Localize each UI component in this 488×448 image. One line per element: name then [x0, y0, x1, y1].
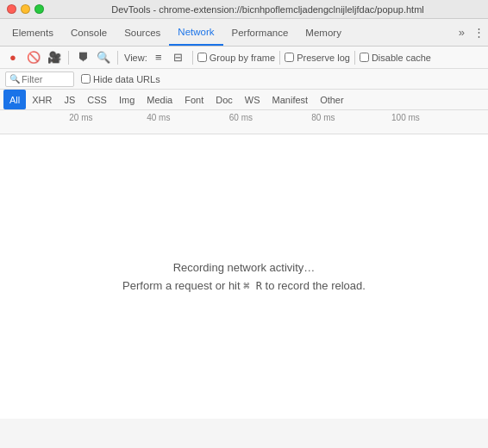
tab-performance[interactable]: Performance — [223, 19, 297, 46]
recording-text: Recording network activity… — [173, 261, 316, 274]
more-tabs-button[interactable]: » — [454, 26, 470, 39]
tab-sources[interactable]: Sources — [116, 19, 169, 46]
hide-data-urls-label[interactable]: Hide data URLs — [81, 74, 160, 84]
tick-80ms: 80 ms — [311, 113, 335, 122]
filter-tab-ws[interactable]: WS — [239, 90, 266, 109]
recording-hint: Perform a request or hit ⌘ R to record t… — [122, 279, 366, 292]
filter-icon: 🔍 — [9, 74, 20, 84]
filter-button[interactable]: ⛊ — [73, 49, 92, 66]
record-button[interactable]: ● — [3, 49, 22, 66]
view-list-button[interactable]: ≡ — [149, 49, 168, 66]
tick-40ms: 40 ms — [147, 113, 170, 122]
tab-elements[interactable]: Elements — [3, 19, 62, 46]
hint-suffix: to record the reload. — [266, 279, 366, 292]
group-by-frame-input[interactable] — [197, 53, 207, 62]
filter-tab-manifest[interactable]: Manifest — [266, 90, 315, 109]
stop-recording-button[interactable]: 🚫 — [24, 49, 43, 66]
disable-cache-input[interactable] — [360, 53, 369, 62]
filter-tabs-row: All XHR JS CSS Img Media Font Doc WS Man… — [0, 90, 488, 110]
toolbar-separator-5 — [354, 51, 355, 65]
view-icons: ≡ ⊟ — [149, 49, 188, 66]
tick-20ms: 20 ms — [69, 113, 92, 122]
disable-cache-label: Disable cache — [372, 53, 431, 63]
toolbar-separator-3 — [192, 51, 193, 65]
hint-text: Perform a request or hit — [122, 279, 241, 292]
toolbar-row: ● 🚫 🎥 ⛊ 🔍 View: ≡ ⊟ Group by frame Prese… — [0, 47, 488, 69]
minimize-button[interactable] — [21, 4, 30, 14]
group-by-frame-label: Group by frame — [210, 53, 275, 63]
view-screenshot-button[interactable]: ⊟ — [169, 49, 188, 66]
close-button[interactable] — [7, 4, 16, 14]
tick-60ms: 60 ms — [229, 113, 253, 122]
filter-input[interactable] — [22, 74, 69, 84]
tick-100ms: 100 ms — [391, 113, 420, 122]
toolbar-separator-2 — [117, 51, 118, 65]
preserve-log-input[interactable] — [285, 53, 294, 62]
timeline-header: 20 ms 40 ms 60 ms 80 ms 100 ms — [0, 110, 488, 134]
hide-data-urls-text: Hide data URLs — [93, 74, 160, 84]
toolbar-separator-1 — [68, 51, 69, 65]
filter-tab-doc[interactable]: Doc — [210, 90, 239, 109]
screenshot-button[interactable]: 🎥 — [45, 49, 64, 66]
tab-console[interactable]: Console — [62, 19, 116, 46]
filter-row: 🔍 Hide data URLs — [0, 69, 488, 90]
window-title: DevTools - chrome-extension://bicnhpofle… — [54, 4, 481, 15]
filter-tab-img[interactable]: Img — [113, 90, 141, 109]
view-label: View: — [124, 53, 147, 63]
filter-tab-xhr[interactable]: XHR — [26, 90, 58, 109]
hide-data-urls-checkbox[interactable] — [81, 74, 91, 84]
title-bar: DevTools - chrome-extension://bicnhpofle… — [0, 0, 488, 19]
tabs-row: Elements Console Sources Network Perform… — [0, 19, 488, 47]
toolbar-separator-4 — [279, 51, 280, 65]
filter-tab-all[interactable]: All — [3, 90, 26, 109]
filter-tab-media[interactable]: Media — [141, 90, 178, 109]
tab-memory[interactable]: Memory — [297, 19, 350, 46]
filter-input-wrap: 🔍 — [5, 72, 74, 87]
timeline-ticks: 20 ms 40 ms 60 ms 80 ms 100 ms — [3, 113, 488, 130]
maximize-button[interactable] — [34, 4, 44, 14]
filter-tab-css[interactable]: CSS — [81, 90, 113, 109]
devtools-menu-button[interactable]: ⋮ — [473, 26, 485, 39]
group-by-frame-checkbox[interactable]: Group by frame — [197, 53, 275, 63]
hint-key: ⌘ R — [243, 280, 262, 292]
preserve-log-checkbox[interactable]: Preserve log — [285, 53, 350, 63]
filter-tab-other[interactable]: Other — [314, 90, 350, 109]
preserve-log-label: Preserve log — [297, 53, 350, 63]
main-content: Recording network activity… Perform a re… — [0, 134, 488, 419]
search-button[interactable]: 🔍 — [94, 49, 113, 66]
traffic-lights — [7, 4, 44, 14]
tab-network[interactable]: Network — [169, 19, 222, 46]
filter-tab-js[interactable]: JS — [58, 90, 81, 109]
disable-cache-checkbox[interactable]: Disable cache — [360, 53, 431, 63]
filter-tab-font[interactable]: Font — [178, 90, 210, 109]
